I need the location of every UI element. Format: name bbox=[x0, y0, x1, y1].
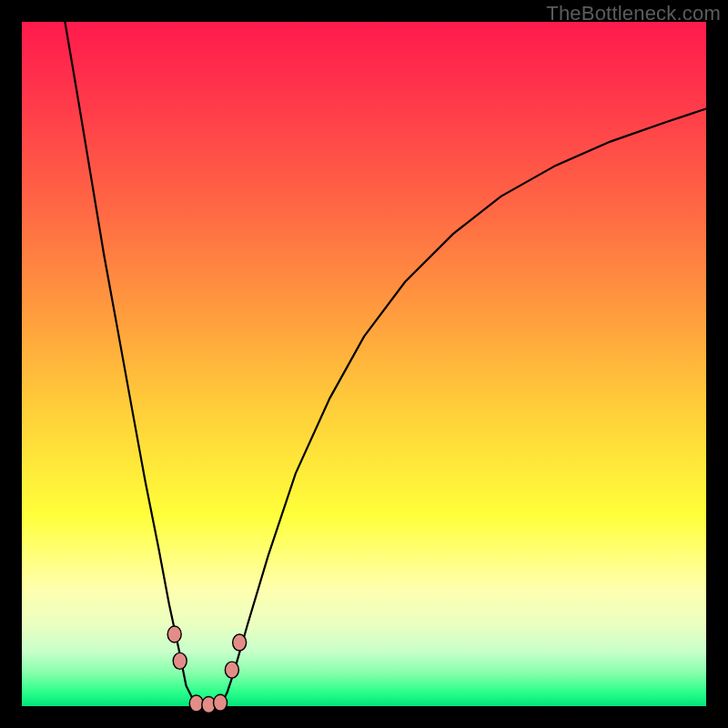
left-bead-lower bbox=[173, 652, 187, 669]
left-bead-upper bbox=[167, 626, 181, 642]
marker-group bbox=[167, 626, 246, 713]
bottleneck-chart bbox=[22, 22, 706, 706]
right-bead-lower bbox=[225, 662, 238, 678]
floor-bead-1 bbox=[189, 695, 203, 712]
right-bead-upper bbox=[233, 634, 247, 651]
watermark-text: TheBottleneck.com bbox=[546, 2, 721, 25]
bottleneck-curve bbox=[65, 22, 706, 706]
floor-bead-3 bbox=[214, 694, 228, 711]
chart-frame bbox=[22, 22, 706, 706]
